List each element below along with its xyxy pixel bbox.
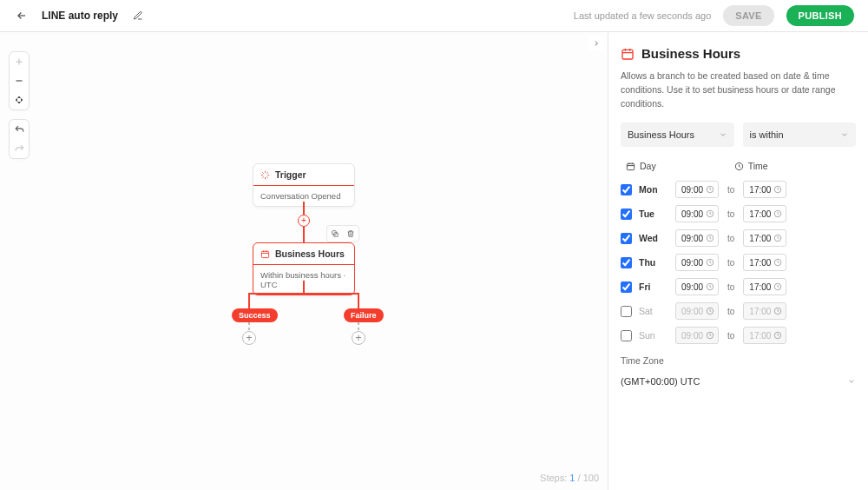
config-panel: Business Hours Allows a branch to be cre… [608,32,868,490]
undo-icon[interactable] [9,120,30,139]
clock-icon [773,234,782,242]
failure-branch-pill[interactable]: Failure [344,308,384,322]
clock-icon [706,185,714,194]
chevron-down-icon [719,130,727,139]
mode-select[interactable]: Business Hours [621,122,734,147]
to-label: to [727,209,734,219]
clock-icon [773,258,782,267]
to-label: to [727,331,734,341]
end-time-input[interactable]: 17:00 [743,278,786,295]
connector [358,293,359,309]
back-arrow-icon[interactable] [14,8,30,23]
start-time-input[interactable]: 09:00 [675,229,719,247]
end-time-input[interactable]: 17:00 [743,205,786,222]
chevron-down-icon [840,130,849,139]
connector-dashed [248,322,250,331]
clock-icon [706,209,714,218]
end-time-input: 17:00 [743,302,786,320]
clock-icon [706,331,714,340]
day-row-fri: Fri09:00to17:00 [621,277,856,296]
publish-button[interactable]: PUBLISH [786,5,854,26]
day-row-tue: Tue09:00to17:00 [621,204,856,223]
top-bar: LINE auto reply Last updated a few secon… [0,0,868,32]
start-time-input: 09:00 [675,327,719,344]
clock-icon [706,234,714,242]
timezone-select[interactable]: (GMT+00:00) UTC [621,371,856,392]
connector-dashed [358,322,359,331]
to-label: to [727,307,734,316]
fit-view-icon[interactable] [9,90,30,109]
to-label: to [727,234,734,243]
day-name: Wed [639,233,675,243]
day-checkbox[interactable] [621,330,632,341]
edit-title-icon[interactable] [130,8,146,23]
clock-icon [706,307,714,315]
start-time-input[interactable]: 09:00 [675,278,719,295]
clock-icon [773,307,782,315]
clock-icon [706,282,714,291]
zoom-out-icon[interactable] [9,71,30,90]
end-time-input: 17:00 [743,327,786,344]
calendar-icon [260,249,270,259]
to-label: to [727,185,734,195]
condition-select[interactable]: is within [743,122,857,147]
day-checkbox[interactable] [621,209,632,220]
trigger-icon [260,170,270,180]
connector [303,227,305,242]
end-time-input[interactable]: 17:00 [743,254,786,271]
day-name: Thu [639,257,675,268]
add-success-step-icon[interactable]: + [242,331,256,345]
end-time-input[interactable]: 17:00 [743,181,786,198]
day-column-header: Day [626,161,656,171]
day-checkbox[interactable] [621,281,632,293]
day-row-sun: Sun09:00to17:00 [621,326,856,345]
start-time-input: 09:00 [675,302,719,320]
trigger-node[interactable]: Trigger Conversation Opened [253,163,355,207]
save-button: SAVE [723,5,773,26]
connector [248,293,250,309]
panel-description: Allows a branch to be created based on d… [621,70,856,110]
connector [303,202,305,215]
start-time-input[interactable]: 09:00 [675,254,719,271]
svg-rect-4 [627,163,634,169]
clock-small-icon [734,162,744,171]
day-name: Mon [639,184,675,195]
day-row-mon: Mon09:00to17:00 [621,180,856,199]
end-time-input[interactable]: 17:00 [743,229,786,247]
start-time-input[interactable]: 09:00 [675,205,719,222]
panel-title-text: Business Hours [641,46,740,61]
day-name: Sun [639,330,675,341]
clock-icon [773,331,782,340]
start-time-input[interactable]: 09:00 [675,181,719,198]
delete-node-icon[interactable] [345,228,357,240]
day-name: Tue [639,209,675,219]
day-row-sat: Sat09:00to17:00 [621,301,856,321]
calendar-small-icon [626,162,635,171]
chevron-down-icon [847,377,856,386]
canvas[interactable]: Trigger Conversation Opened + Business H… [0,32,608,490]
day-checkbox[interactable] [621,184,632,195]
day-checkbox[interactable] [621,233,632,244]
time-column-header: Time [734,161,768,171]
last-updated-text: Last updated a few seconds ago [574,10,711,21]
day-row-thu: Thu09:00to17:00 [621,253,856,272]
copy-node-icon[interactable] [329,228,341,240]
clock-icon [773,185,782,194]
connector [303,281,305,293]
day-name: Fri [639,281,675,292]
success-branch-pill[interactable]: Success [232,308,278,322]
bh-node-title: Business Hours [275,248,345,259]
calendar-icon [621,47,635,61]
trigger-title: Trigger [275,169,306,180]
day-name: Sat [639,306,675,316]
day-checkbox[interactable] [621,257,632,268]
add-failure-step-icon[interactable]: + [352,331,365,345]
timezone-label: Time Zone [621,355,856,366]
day-checkbox[interactable] [621,306,632,317]
clock-icon [773,209,782,218]
collapse-panel-icon[interactable] [589,36,604,51]
page-title: LINE auto reply [42,10,118,22]
connector [248,293,359,295]
zoom-in-icon [9,52,30,71]
add-step-icon[interactable]: + [298,215,310,227]
